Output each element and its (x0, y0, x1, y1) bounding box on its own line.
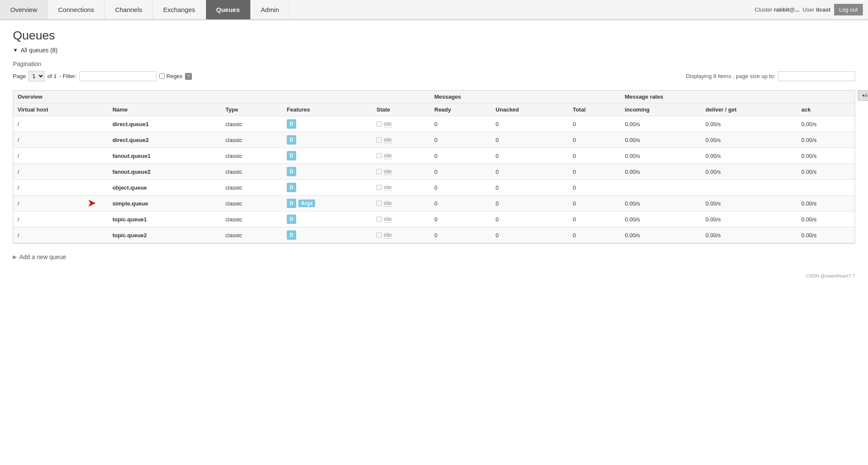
pagination-controls: Page 1 of 1 - Filter: Regex ? Displaying… (13, 71, 855, 82)
cell-unacked: 0 (492, 180, 569, 196)
table-row[interactable]: /direct.queue1classicDidle0000.00/s0.00/… (13, 116, 855, 132)
toggle-arrow-icon: ▼ (13, 47, 18, 53)
durable-badge[interactable]: D (287, 230, 296, 240)
cell-state: idle (372, 227, 430, 243)
table-row[interactable]: /fanout.queue2classicDidle0000.00/s0.00/… (13, 164, 855, 180)
col-unacked: Unacked (492, 103, 569, 116)
durable-badge[interactable]: D (287, 183, 296, 192)
cell-total: 0 (568, 227, 620, 243)
plus-minus-button[interactable]: +/- (858, 90, 868, 101)
nav-connections[interactable]: Connections (48, 0, 105, 19)
cell-deliver-get: 0.00/s (701, 116, 797, 132)
cell-ack: 0.00/s (797, 164, 855, 180)
cell-type: classic (221, 227, 282, 243)
queue-table-wrapper: Overview Messages Message rates Virtual … (13, 90, 855, 244)
regex-label: Regex (167, 73, 183, 79)
cell-ready: 0 (430, 196, 492, 211)
cell-name[interactable]: ➤simple.queue (108, 196, 221, 211)
state-checkbox-indicator (376, 169, 382, 174)
regex-checkbox-label[interactable]: Regex (159, 73, 183, 79)
durable-badge[interactable]: D (287, 151, 296, 160)
cell-incoming: 0.00/s (620, 227, 701, 243)
all-queues-label: All queues (8) (21, 47, 58, 54)
durable-badge[interactable]: D (287, 119, 296, 129)
regex-checkbox[interactable] (159, 73, 165, 79)
page-size-input[interactable] (778, 71, 855, 81)
cluster-info: Cluster rabbit@... (755, 6, 799, 13)
nav-channels[interactable]: Channels (105, 0, 153, 19)
table-row[interactable]: /topic.queue1classicDidle0000.00/s0.00/s… (13, 211, 855, 227)
cell-ack: 0.00/s (797, 116, 855, 132)
page-title: Queues (13, 29, 855, 42)
of-label: of 1 (47, 73, 57, 79)
cell-unacked: 0 (492, 116, 569, 132)
pagination-label: Pagination (13, 60, 855, 67)
table-row[interactable]: /topic.queue2classicDidle0000.00/s0.00/s… (13, 227, 855, 243)
all-queues-toggle[interactable]: ▼ All queues (8) (13, 47, 855, 54)
durable-badge[interactable]: D (287, 199, 296, 208)
cell-name[interactable]: object.queue (108, 180, 221, 196)
cell-name[interactable]: fanout.queue2 (108, 164, 221, 180)
cell-deliver-get: 0.00/s (701, 148, 797, 164)
cell-name[interactable]: direct.queue1 (108, 116, 221, 132)
logout-button[interactable]: Log out (834, 4, 863, 15)
page-select[interactable]: 1 (28, 71, 45, 82)
cell-name[interactable]: topic.queue2 (108, 227, 221, 243)
cell-state: idle (372, 116, 430, 132)
page-label: Page (13, 73, 26, 79)
cell-ready: 0 (430, 116, 492, 132)
cell-ack: 0.00/s (797, 227, 855, 243)
displaying-info: Displaying 8 items , page size up to: (686, 71, 855, 81)
table-row[interactable]: /➤simple.queueclassicDArgsidle0000.00/s0… (13, 196, 855, 211)
cell-state: idle (372, 180, 430, 196)
cell-total: 0 (568, 116, 620, 132)
cell-features: D (282, 211, 372, 227)
durable-badge[interactable]: D (287, 167, 296, 176)
regex-help-icon[interactable]: ? (185, 73, 192, 80)
state-text: idle (384, 200, 392, 207)
cell-features: D (282, 227, 372, 243)
filter-label: - Filter: (59, 73, 76, 79)
footer-text: CSDN @sweetheart7-7 (806, 273, 855, 278)
cell-incoming: 0.00/s (620, 148, 701, 164)
cell-total: 0 (568, 164, 620, 180)
state-checkbox-indicator (376, 217, 382, 222)
durable-badge[interactable]: D (287, 135, 296, 145)
col-ready: Ready (430, 103, 492, 116)
durable-badge[interactable]: D (287, 214, 296, 224)
state-text: idle (384, 216, 392, 223)
add-queue-label: Add a new queue (19, 254, 66, 260)
nav-overview[interactable]: Overview (0, 0, 48, 19)
cell-type: classic (221, 132, 282, 148)
cell-virtual-host: / (13, 148, 108, 164)
table-row[interactable]: /object.queueclassicDidle000 (13, 180, 855, 196)
cell-deliver-get: 0.00/s (701, 227, 797, 243)
cell-unacked: 0 (492, 164, 569, 180)
nav-admin[interactable]: Admin (251, 0, 290, 19)
cell-total: 0 (568, 196, 620, 211)
state-text: idle (384, 184, 392, 191)
cell-ready: 0 (430, 132, 492, 148)
cell-name[interactable]: direct.queue2 (108, 132, 221, 148)
cell-state: idle (372, 164, 430, 180)
nav-queues[interactable]: Queues (206, 0, 251, 19)
nav-exchanges[interactable]: Exchanges (153, 0, 206, 19)
cell-state: idle (372, 196, 430, 211)
cell-ack: 0.00/s (797, 132, 855, 148)
table-row[interactable]: /direct.queue2classicDidle0000.00/s0.00/… (13, 132, 855, 148)
cell-incoming: 0.00/s (620, 164, 701, 180)
add-queue-section[interactable]: ▶ Add a new queue (13, 254, 855, 260)
col-incoming: incoming (620, 103, 701, 116)
args-badge[interactable]: Args (298, 199, 315, 207)
table-row[interactable]: /fanout.queue1classicDidle0000.00/s0.00/… (13, 148, 855, 164)
cell-state: idle (372, 132, 430, 148)
cell-ready: 0 (430, 180, 492, 196)
cell-ack: 0.00/s (797, 196, 855, 211)
state-checkbox-indicator (376, 121, 382, 127)
cell-name[interactable]: topic.queue1 (108, 211, 221, 227)
cell-deliver-get: 0.00/s (701, 211, 797, 227)
filter-input[interactable] (79, 71, 157, 81)
cell-state: idle (372, 211, 430, 227)
cell-features: D (282, 180, 372, 196)
cell-name[interactable]: fanout.queue1 (108, 148, 221, 164)
